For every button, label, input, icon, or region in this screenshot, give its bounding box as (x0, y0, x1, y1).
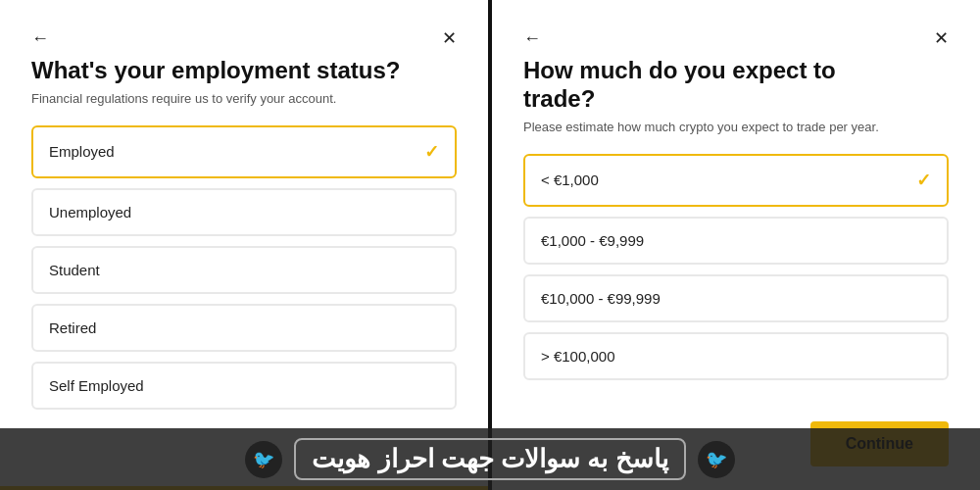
trade-option-gt100k-label: > €100,000 (541, 348, 615, 365)
lt1000-check-icon: ✓ (916, 170, 931, 191)
trade-option-10k-99999[interactable]: €10,000 - €99,999 (523, 274, 949, 322)
trade-option-1k-9999[interactable]: €1,000 - €9,999 (523, 217, 949, 265)
trade-option-1k-9999-label: €1,000 - €9,999 (541, 232, 644, 249)
employment-option-retired-label: Retired (49, 319, 96, 336)
employment-option-employed[interactable]: Employed ✓ (31, 125, 457, 178)
right-panel: ← ✕ How much do you expect to trade? Ple… (492, 0, 980, 490)
employment-option-self-employed-label: Self Employed (49, 377, 144, 394)
right-panel-subtitle: Please estimate how much crypto you expe… (523, 120, 949, 134)
right-back-button[interactable]: ← (523, 28, 541, 49)
banner-logo-right: 🐦 (698, 441, 735, 478)
left-panel-title: What's your employment status? (31, 57, 404, 85)
bottom-banner: 🐦 پاسخ به سوالات جهت احراز هویت 🐦 (0, 428, 980, 490)
banner-logo: 🐦 (245, 441, 282, 478)
employment-option-student-label: Student (49, 262, 100, 278)
right-close-button[interactable]: ✕ (934, 27, 949, 49)
left-close-button[interactable]: ✕ (442, 27, 457, 49)
employment-option-self-employed[interactable]: Self Employed (31, 362, 457, 410)
left-panel: ← ✕ What's your employment status? Finan… (0, 0, 492, 490)
left-back-button[interactable]: ← (31, 28, 49, 49)
trade-option-10k-99999-label: €10,000 - €99,999 (541, 290, 661, 307)
employment-option-employed-label: Employed (49, 143, 115, 160)
employed-check-icon: ✓ (424, 141, 439, 163)
trade-option-gt100k[interactable]: > €100,000 (523, 332, 949, 380)
employment-option-unemployed[interactable]: Unemployed (31, 188, 457, 236)
left-panel-subtitle: Financial regulations require us to veri… (31, 91, 457, 106)
right-panel-title: How much do you expect to trade? (523, 57, 896, 114)
trade-option-lt1000-label: < €1,000 (541, 172, 599, 188)
trade-option-lt1000[interactable]: < €1,000 ✓ (523, 154, 949, 207)
left-panel-header: ← ✕ (31, 27, 457, 49)
right-panel-header: ← ✕ (523, 27, 949, 49)
banner-text: پاسخ به سوالات جهت احراز هویت (294, 438, 685, 480)
employment-option-retired[interactable]: Retired (31, 304, 457, 352)
employment-option-student[interactable]: Student (31, 246, 457, 294)
employment-option-unemployed-label: Unemployed (49, 204, 131, 220)
